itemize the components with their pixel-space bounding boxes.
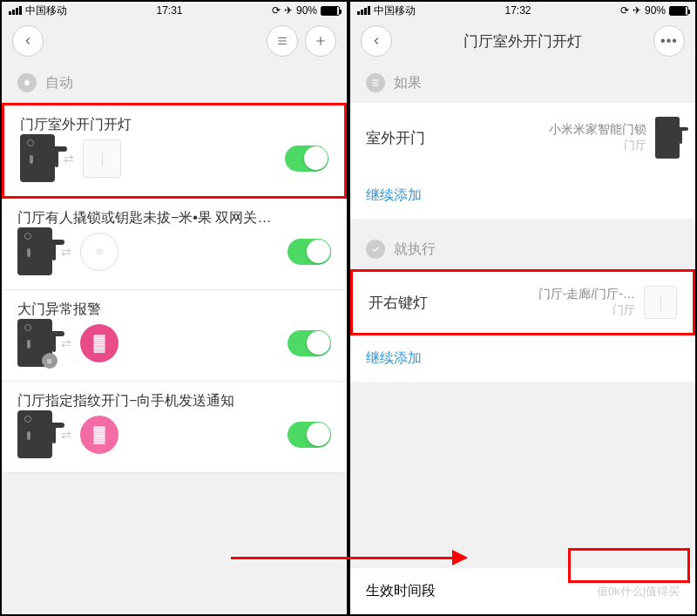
then-icon xyxy=(366,240,385,259)
device-name: 门厅-走廊/门厅-… xyxy=(538,287,635,302)
rule-title: 门厅有人撬锁或钥匙未拔−米•果 双网关… xyxy=(17,209,331,227)
automation-rule[interactable]: 门厅室外开门开灯 ⇄ xyxy=(2,103,347,199)
auto-icon xyxy=(17,73,37,92)
svg-rect-1 xyxy=(373,80,379,81)
automation-rule[interactable]: 门厅指定指纹开门−向手机发送通知 ⇄ ▓ xyxy=(2,382,347,473)
link-icon: ⇄ xyxy=(61,428,71,442)
rule-title: 门厅指定指纹开门−向手机发送通知 xyxy=(17,392,331,410)
flow-arrow xyxy=(231,557,466,559)
add-trigger-button[interactable]: 继续添加 xyxy=(350,173,695,219)
switch-device-icon xyxy=(83,139,121,178)
signal-icon xyxy=(9,6,22,15)
back-button[interactable] xyxy=(361,25,392,57)
rule-title: 门厅室外开门开灯 xyxy=(20,116,328,134)
link-icon: ⇄ xyxy=(64,152,74,166)
ellipsis-icon: ••• xyxy=(660,33,678,49)
svg-rect-2 xyxy=(373,82,379,83)
trigger-row[interactable]: 室外开门 小米米家智能门锁 门厅 xyxy=(350,103,695,173)
section-label: 就执行 xyxy=(394,240,436,259)
nav-bar xyxy=(2,19,347,63)
notification-device-icon: ▓ xyxy=(80,416,118,454)
link-icon: ⇄ xyxy=(61,245,71,259)
left-phone: 中国移动 17:31 ⟳ ✈ 90% xyxy=(2,2,347,614)
action-row[interactable]: 开右键灯 门厅-走廊/门厅-… 门厅 xyxy=(350,269,695,335)
list-button[interactable] xyxy=(267,25,298,57)
trigger-label: 室外开门 xyxy=(366,128,425,148)
battery-icon xyxy=(669,6,688,16)
rule-toggle[interactable] xyxy=(288,422,331,448)
device-room: 门厅 xyxy=(549,138,646,153)
lock-device-icon xyxy=(17,227,52,275)
rule-toggle[interactable] xyxy=(288,239,331,265)
right-phone: 中国移动 17:32 ⟳ ✈ 90% 门厅室外开门开灯 ••• xyxy=(350,2,695,614)
carrier-label: 中国移动 xyxy=(374,3,416,18)
highlight-box xyxy=(568,548,690,583)
page-title: 门厅室外开门开灯 xyxy=(392,31,653,51)
svg-point-0 xyxy=(24,80,30,85)
chevron-left-icon xyxy=(370,35,382,47)
clock: 17:31 xyxy=(156,4,182,17)
signal-icon xyxy=(357,6,370,15)
status-bar: 中国移动 17:32 ⟳ ✈ 90% xyxy=(350,2,695,19)
automation-rule[interactable]: 大门异常报警 ≡ ⇄ ▓ xyxy=(2,290,347,382)
clock: 17:32 xyxy=(504,4,531,17)
svg-rect-3 xyxy=(373,85,379,85)
refresh-icon: ⟳ xyxy=(272,4,281,17)
effective-value: 值0k什么|值得买 xyxy=(597,584,680,599)
location-icon: ✈ xyxy=(284,4,293,17)
rule-title: 大门异常报警 xyxy=(17,301,331,319)
if-icon xyxy=(366,73,385,92)
effective-label: 生效时间段 xyxy=(366,582,436,600)
lock-device-icon xyxy=(17,410,52,458)
list-icon xyxy=(276,35,288,47)
automation-rule[interactable]: 门厅有人撬锁或钥匙未拔−米•果 双网关… ⇄ xyxy=(2,199,347,290)
chevron-left-icon xyxy=(22,35,34,47)
section-header-auto: 自动 xyxy=(2,63,347,103)
location-icon: ✈ xyxy=(633,4,641,17)
battery-percent: 90% xyxy=(296,4,317,17)
refresh-icon: ⟳ xyxy=(620,4,629,17)
action-label: 开右键灯 xyxy=(369,293,428,313)
lock-device-icon xyxy=(655,117,680,159)
carrier-label: 中国移动 xyxy=(25,3,67,18)
switch-device-icon xyxy=(644,286,677,319)
battery-percent: 90% xyxy=(645,4,666,17)
plus-icon xyxy=(315,35,327,47)
back-button[interactable] xyxy=(12,25,44,57)
battery-icon xyxy=(321,6,340,16)
add-action-button[interactable]: 继续添加 xyxy=(350,335,695,382)
section-label: 自动 xyxy=(45,74,73,92)
add-button[interactable] xyxy=(305,25,336,57)
section-header-then: 就执行 xyxy=(350,229,695,269)
badge-icon: ≡ xyxy=(42,353,58,369)
link-icon: ⇄ xyxy=(61,336,71,350)
more-button[interactable]: ••• xyxy=(653,25,685,57)
gateway-device-icon xyxy=(80,233,118,271)
vibration-device-icon: ▓ xyxy=(80,324,118,362)
rule-toggle[interactable] xyxy=(285,146,328,172)
lock-device-icon xyxy=(20,134,55,182)
nav-bar: 门厅室外开门开灯 ••• xyxy=(350,19,695,63)
section-header-if: 如果 xyxy=(350,63,695,103)
rule-toggle[interactable] xyxy=(288,330,331,356)
section-label: 如果 xyxy=(394,74,422,92)
device-room: 门厅 xyxy=(538,302,635,318)
device-name: 小米米家智能门锁 xyxy=(549,122,646,138)
status-bar: 中国移动 17:31 ⟳ ✈ 90% xyxy=(2,2,347,19)
